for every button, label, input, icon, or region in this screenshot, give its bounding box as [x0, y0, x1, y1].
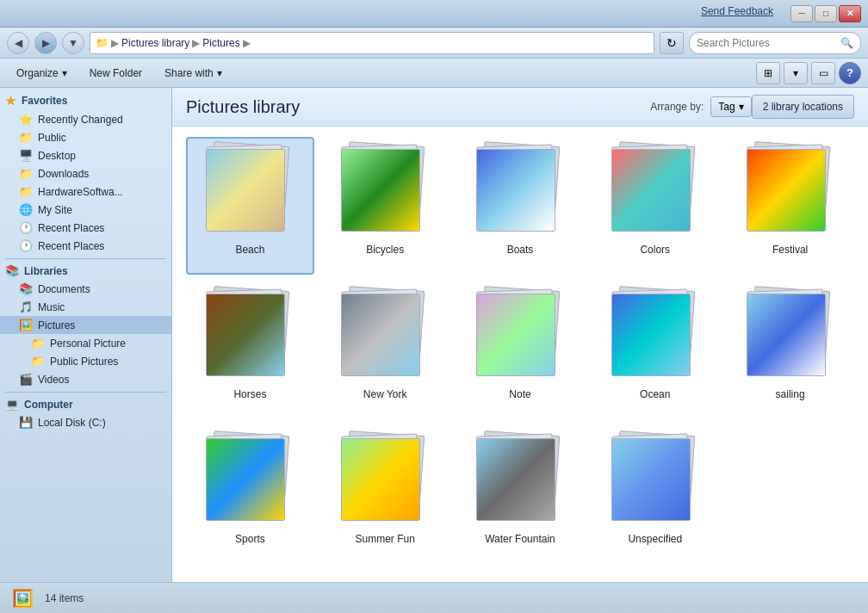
- organize-button[interactable]: Organize ▾: [7, 62, 77, 84]
- folder-item-boats[interactable]: Boats: [456, 137, 585, 275]
- photo-stack: [743, 144, 838, 238]
- maximize-button[interactable]: □: [815, 5, 837, 22]
- photo-stack: [202, 433, 297, 528]
- share-with-button[interactable]: Share with ▾: [155, 62, 232, 84]
- folder-item-ocean[interactable]: Ocean: [591, 282, 719, 419]
- sidebar-item-videos[interactable]: 🎬 Videos: [0, 370, 171, 388]
- photo-stack: [473, 433, 567, 528]
- photo-thumbnail: [342, 150, 419, 231]
- close-button[interactable]: ✕: [839, 5, 861, 22]
- search-input[interactable]: [697, 37, 837, 49]
- help-button[interactable]: ?: [839, 62, 861, 84]
- photo-front: [341, 294, 420, 376]
- sidebar-item-documents[interactable]: 📚 Documents: [0, 280, 171, 298]
- folder-item-summer-fun[interactable]: Summer Fun: [321, 426, 450, 564]
- folder-item-beach[interactable]: Beach: [186, 137, 314, 275]
- folder-label: Sports: [235, 533, 265, 545]
- sidebar-item-public-pictures[interactable]: 📁 Public Pictures: [0, 352, 171, 370]
- photo-front: [206, 294, 285, 376]
- sidebar-item-desktop[interactable]: 🖥️ Desktop: [0, 146, 171, 164]
- folder-label: sailing: [776, 388, 805, 400]
- computer-header[interactable]: 💻 Computer: [0, 395, 171, 413]
- new-folder-button[interactable]: New Folder: [80, 62, 152, 84]
- view-options-button[interactable]: ⊞: [756, 62, 780, 84]
- view-toggle-button[interactable]: ▾: [784, 62, 808, 84]
- minimize-button[interactable]: ─: [790, 5, 813, 22]
- folder-item-colors[interactable]: Colors: [591, 137, 719, 275]
- dropdown-button[interactable]: ▼: [62, 32, 84, 54]
- forward-button[interactable]: ▶: [34, 32, 57, 54]
- folder-item-unspecified[interactable]: Unspecified: [591, 426, 719, 564]
- folder-label: Unspecified: [628, 533, 682, 545]
- photo-front: [476, 149, 555, 232]
- photo-thumbnail: [612, 439, 690, 520]
- photo-front: [476, 294, 555, 376]
- folder-item-horses[interactable]: Horses: [186, 282, 314, 419]
- breadcrumb[interactable]: 📁 ▶ Pictures library ▶ Pictures ▶: [90, 32, 654, 54]
- sidebar-item-downloads[interactable]: 📁 Downloads: [0, 164, 171, 183]
- sidebar-item-music[interactable]: 🎵 Music: [0, 298, 171, 316]
- folder-item-sports[interactable]: Sports: [186, 426, 314, 564]
- libraries-section: 📚 Libraries 📚 Documents 🎵 Music 🖼️ Pictu…: [0, 262, 171, 388]
- photo-front: [206, 438, 285, 521]
- organize-label: Organize: [16, 67, 59, 79]
- desktop-icon: 🖥️: [19, 149, 33, 162]
- new-folder-label: New Folder: [90, 67, 142, 79]
- sidebar-item-hardwaresoftware[interactable]: 📁 HardwareSoftwa...: [0, 183, 171, 201]
- sidebar-item-public[interactable]: 📁 Public: [0, 128, 171, 146]
- sidebar-item-label: Music: [38, 301, 65, 313]
- photo-front: [611, 149, 691, 232]
- sidebar-item-recent-places-1[interactable]: 🕐 Recent Places: [0, 219, 171, 237]
- libraries-header[interactable]: 📚 Libraries: [0, 262, 171, 280]
- sidebar-item-pictures[interactable]: 🖼️ Pictures: [0, 316, 171, 334]
- photo-thumbnail: [747, 294, 825, 375]
- tag-arrange-button[interactable]: Tag ▾: [710, 96, 751, 117]
- share-dropdown-icon: ▾: [217, 67, 222, 79]
- send-feedback-link[interactable]: Send Feedback: [701, 5, 773, 17]
- content-header: Pictures library Arrange by: Tag ▾ 2 lib…: [172, 88, 868, 127]
- favorites-label: Favorites: [22, 95, 67, 107]
- breadcrumb-pictures[interactable]: Pictures: [202, 37, 239, 49]
- photo-front: [341, 438, 420, 521]
- back-button[interactable]: ◀: [7, 32, 29, 54]
- photo-front: [611, 438, 691, 521]
- sidebar-divider-1: [5, 258, 166, 259]
- breadcrumb-libraries[interactable]: Pictures library: [121, 37, 189, 49]
- photo-thumbnail: [207, 150, 284, 231]
- sidebar-item-recently-changed[interactable]: ⭐ Recently Changed: [0, 110, 171, 128]
- sidebar-item-label: Pictures: [38, 319, 75, 331]
- videos-icon: 🎬: [19, 373, 33, 386]
- share-with-label: Share with: [164, 67, 214, 79]
- photo-stack: [202, 288, 297, 383]
- favorites-header[interactable]: ★ Favorites: [0, 91, 171, 110]
- view-toggle-icon: ▾: [793, 67, 798, 79]
- library-locations-button[interactable]: 2 library locations: [752, 95, 854, 119]
- photo-front: [611, 294, 691, 376]
- organize-dropdown-icon: ▾: [62, 67, 67, 79]
- folder-item-new-york[interactable]: New York: [321, 282, 450, 419]
- folder-item-bicycles[interactable]: Bicycles: [321, 137, 450, 275]
- libraries-icon: 📚: [5, 264, 19, 277]
- personal-pictures-icon: 📁: [31, 337, 45, 350]
- folder-item-sailing[interactable]: sailing: [726, 282, 854, 419]
- folder-item-note[interactable]: Note: [456, 282, 585, 419]
- sidebar-item-local-disk[interactable]: 💾 Local Disk (C:): [0, 413, 171, 431]
- search-icon: 🔍: [840, 37, 853, 49]
- folder-label: Beach: [235, 244, 264, 256]
- mysite-icon: 🌐: [19, 203, 33, 216]
- sidebar: ★ Favorites ⭐ Recently Changed 📁 Public …: [0, 88, 172, 582]
- computer-section: 💻 Computer 💾 Local Disk (C:): [0, 395, 171, 431]
- photo-stack: [608, 433, 703, 528]
- folder-item-water-fountain[interactable]: Water Fountain: [456, 426, 585, 564]
- sidebar-item-personal-pictures[interactable]: 📁 Personal Picture: [0, 334, 171, 352]
- preview-pane-button[interactable]: ▭: [811, 62, 835, 84]
- photo-thumbnail: [612, 150, 690, 231]
- refresh-button[interactable]: ↻: [660, 32, 684, 54]
- sidebar-item-label: My Site: [38, 204, 72, 216]
- sidebar-item-recent-places-2[interactable]: 🕐 Recent Places: [0, 237, 171, 255]
- folder-item-festival[interactable]: Festival: [726, 137, 854, 275]
- local-disk-icon: 💾: [19, 416, 33, 429]
- photo-stack: [608, 144, 703, 238]
- sidebar-item-mysite[interactable]: 🌐 My Site: [0, 201, 171, 219]
- toolbar: Organize ▾ New Folder Share with ▾ ⊞ ▾ ▭…: [0, 59, 868, 88]
